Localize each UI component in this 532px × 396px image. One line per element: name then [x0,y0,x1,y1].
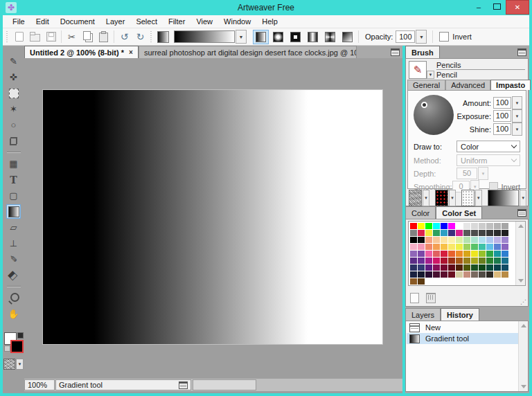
color-swatch[interactable] [425,237,432,243]
close-button[interactable]: ✕ [506,0,529,15]
color-swatch[interactable] [433,271,440,278]
menu-select[interactable]: Select [130,15,163,28]
gradient-type-linear-button[interactable] [253,30,269,44]
brush-preview-icon[interactable]: ✎ [409,61,427,79]
color-swatch[interactable] [494,251,501,257]
color-swatch[interactable] [433,237,440,243]
brush-preview-dropdown[interactable]: ▼ [427,71,434,79]
color-swatch[interactable] [418,237,425,243]
color-swatch[interactable] [494,271,501,278]
gradient-tool[interactable] [6,204,21,219]
color-swatch[interactable] [486,244,493,250]
scroll-up-icon[interactable] [518,224,524,228]
color-swatch[interactable] [463,264,470,271]
color-swatch[interactable] [425,230,432,236]
color-swatch[interactable] [441,258,447,264]
cut-button[interactable]: ✂ [64,30,80,44]
color-swatch[interactable] [479,244,486,250]
color-swatch[interactable] [471,271,478,278]
color-swatch[interactable] [463,237,470,243]
exposure-dropdown[interactable]: ▼ [512,109,522,123]
color-swatch[interactable] [418,278,425,285]
gradient-strip-swatch[interactable] [488,190,520,206]
rect-select-tool[interactable] [6,86,21,100]
magic-wand-tool[interactable]: ✶ [6,102,21,116]
color-swatch[interactable] [418,223,425,229]
tab-close-icon[interactable]: × [129,48,133,56]
tab-history[interactable]: History [441,308,479,321]
color-swatch[interactable] [448,271,455,278]
gradient-type-radial-button[interactable] [270,30,286,44]
menu-edit[interactable]: Edit [30,15,55,28]
color-swatch[interactable] [494,244,501,250]
color-swatch[interactable] [410,230,417,236]
document-tab-inactive[interactable]: surreal photoshop art digital design des… [139,46,357,58]
hand-tool[interactable]: ✋ [6,307,21,321]
brush-category[interactable]: Pencils [436,61,525,70]
zoom-level[interactable]: 100% [24,379,55,390]
copy-button[interactable] [80,30,96,44]
color-swatch[interactable] [418,258,425,264]
color-swatch[interactable] [463,271,470,278]
color-swatch[interactable] [479,271,486,278]
gradient-strip-dropdown[interactable]: ▼ [520,190,526,206]
exposure-input[interactable]: 100 [493,110,511,122]
color-swatch[interactable] [441,230,447,236]
color-swatch[interactable] [479,230,486,236]
color-swatch[interactable] [502,251,508,257]
menu-filter[interactable]: Filter [163,15,190,28]
gradient-tool-button[interactable] [155,30,171,44]
color-swatch[interactable] [441,264,447,271]
history-item-gradient-tool[interactable]: Gradient tool [407,333,518,344]
undo-button[interactable]: ↺ [116,30,132,44]
color-swatch[interactable] [502,230,508,236]
tab-advanced[interactable]: Advanced [445,80,490,90]
amount-dropdown[interactable]: ▼ [512,96,522,109]
color-swatch[interactable] [486,264,493,271]
color-swatch[interactable] [448,223,455,229]
color-swatch[interactable] [502,271,508,278]
impasto-sphere-preview[interactable] [414,95,454,135]
color-swatch[interactable] [441,237,447,243]
document-tab-active[interactable]: Untitled 2 @ 100% (8-bit) * × [24,46,139,58]
maximize-button[interactable] [488,0,506,13]
brush-panel-menu-icon[interactable] [517,48,526,56]
color-swatch[interactable] [494,223,501,229]
color-swatch[interactable] [494,230,501,236]
color-swatch[interactable] [456,251,463,257]
crop-tool[interactable] [6,134,21,148]
move-tool[interactable]: ✜ [6,70,21,84]
draw-to-select[interactable]: Color [456,141,520,152]
color-swatch[interactable] [479,223,486,229]
color-swatch[interactable] [448,230,455,236]
color-set-scrollbar[interactable] [515,222,525,285]
toolbar-grip[interactable] [6,31,9,42]
canvas-gradient-image[interactable] [43,90,382,344]
dot-pattern-swatch[interactable] [435,190,448,206]
color-swatch[interactable] [456,258,463,264]
color-swatch[interactable] [410,258,417,264]
color-swatch[interactable] [463,230,470,236]
color-swatch[interactable] [425,264,432,271]
color-swatch[interactable] [448,244,455,250]
gradient-type-square-button[interactable] [287,30,303,44]
color-swatch[interactable] [433,258,440,264]
color-panel-menu-icon[interactable] [517,209,526,217]
color-swatch[interactable] [502,223,508,229]
color-swatch[interactable] [471,237,478,243]
color-swatch[interactable] [486,251,493,257]
color-swatch[interactable] [494,237,501,243]
color-swatch[interactable] [441,244,447,250]
gradient-preview[interactable] [174,30,235,43]
color-swatch[interactable] [463,223,470,229]
light-direction-indicator[interactable] [421,102,427,108]
color-swatch[interactable] [448,258,455,264]
tab-color[interactable]: Color [405,206,436,219]
color-swatch[interactable] [486,230,493,236]
color-swatch[interactable] [471,251,478,257]
color-swatch[interactable] [418,244,425,250]
color-swatch[interactable] [441,271,447,278]
default-colors-icon[interactable] [4,345,10,352]
color-swatch[interactable] [410,244,417,250]
paste-button[interactable] [96,30,112,44]
